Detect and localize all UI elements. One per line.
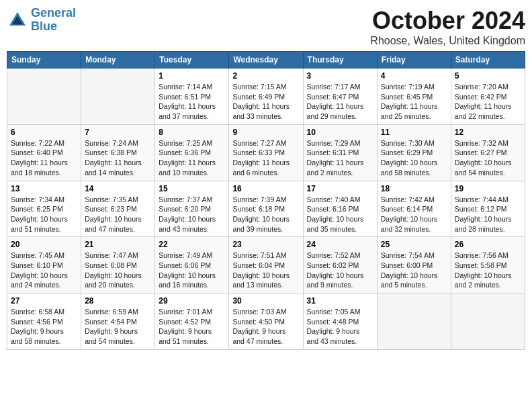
calendar-cell: 24Sunrise: 7:52 AMSunset: 6:02 PMDayligh…	[303, 237, 377, 293]
day-header-thursday: Thursday	[303, 52, 377, 68]
day-info: Sunrise: 7:22 AMSunset: 6:40 PMDaylight:…	[11, 138, 77, 178]
day-number: 1	[159, 71, 225, 81]
day-number: 10	[307, 128, 373, 137]
day-number: 23	[232, 240, 299, 249]
calendar-cell: 8Sunrise: 7:25 AMSunset: 6:36 PMDaylight…	[155, 124, 229, 181]
calendar-cell: 4Sunrise: 7:19 AMSunset: 6:45 PMDaylight…	[377, 68, 451, 125]
day-header-wednesday: Wednesday	[229, 52, 303, 68]
day-number: 14	[85, 184, 151, 193]
calendar-cell: 19Sunrise: 7:44 AMSunset: 6:12 PMDayligh…	[451, 181, 525, 237]
day-number: 6	[11, 128, 77, 137]
day-number: 3	[307, 71, 373, 81]
day-info: Sunrise: 7:44 AMSunset: 6:12 PMDaylight:…	[455, 195, 521, 234]
day-header-saturday: Saturday	[451, 52, 525, 68]
day-number: 9	[232, 128, 299, 137]
calendar-cell: 25Sunrise: 7:54 AMSunset: 6:00 PMDayligh…	[377, 237, 451, 293]
day-info: Sunrise: 7:19 AMSunset: 6:45 PMDaylight:…	[381, 82, 447, 122]
calendar-cell: 27Sunrise: 6:58 AMSunset: 4:56 PMDayligh…	[7, 293, 81, 350]
day-info: Sunrise: 7:51 AMSunset: 6:04 PMDaylight:…	[232, 250, 299, 290]
day-info: Sunrise: 7:24 AMSunset: 6:38 PMDaylight:…	[85, 138, 151, 178]
day-info: Sunrise: 6:59 AMSunset: 4:54 PMDaylight:…	[85, 307, 151, 347]
day-number: 2	[232, 71, 299, 81]
day-number: 28	[85, 296, 151, 306]
calendar-cell	[377, 293, 451, 350]
calendar-cell: 2Sunrise: 7:15 AMSunset: 6:49 PMDaylight…	[229, 68, 303, 125]
day-number: 30	[232, 296, 299, 306]
calendar-cell: 7Sunrise: 7:24 AMSunset: 6:38 PMDaylight…	[81, 124, 155, 181]
day-number: 13	[11, 184, 77, 193]
calendar-cell: 29Sunrise: 7:01 AMSunset: 4:52 PMDayligh…	[155, 293, 229, 350]
calendar-cell: 17Sunrise: 7:40 AMSunset: 6:16 PMDayligh…	[303, 181, 377, 237]
day-info: Sunrise: 7:47 AMSunset: 6:08 PMDaylight:…	[85, 250, 151, 290]
day-info: Sunrise: 7:52 AMSunset: 6:02 PMDaylight:…	[307, 250, 373, 290]
day-info: Sunrise: 7:14 AMSunset: 6:51 PMDaylight:…	[159, 82, 225, 122]
day-number: 17	[307, 184, 373, 193]
calendar-cell: 16Sunrise: 7:39 AMSunset: 6:18 PMDayligh…	[229, 181, 303, 237]
day-number: 27	[11, 296, 77, 306]
day-info: Sunrise: 7:30 AMSunset: 6:29 PMDaylight:…	[381, 138, 447, 178]
day-number: 20	[11, 240, 77, 249]
logo-line2: Blue	[31, 19, 57, 33]
day-number: 11	[381, 128, 447, 137]
day-number: 25	[381, 240, 447, 249]
calendar-cell: 6Sunrise: 7:22 AMSunset: 6:40 PMDaylight…	[7, 124, 81, 181]
header-row: SundayMondayTuesdayWednesdayThursdayFrid…	[7, 52, 525, 68]
calendar-cell: 20Sunrise: 7:45 AMSunset: 6:10 PMDayligh…	[7, 237, 81, 293]
day-info: Sunrise: 7:25 AMSunset: 6:36 PMDaylight:…	[159, 138, 225, 178]
day-info: Sunrise: 7:56 AMSunset: 5:58 PMDaylight:…	[455, 250, 521, 290]
calendar-cell: 9Sunrise: 7:27 AMSunset: 6:33 PMDaylight…	[229, 124, 303, 181]
day-info: Sunrise: 7:45 AMSunset: 6:10 PMDaylight:…	[11, 250, 77, 290]
day-info: Sunrise: 7:15 AMSunset: 6:49 PMDaylight:…	[232, 82, 299, 122]
calendar-cell: 30Sunrise: 7:03 AMSunset: 4:50 PMDayligh…	[229, 293, 303, 350]
logo-icon	[7, 9, 28, 31]
calendar-cell: 13Sunrise: 7:34 AMSunset: 6:25 PMDayligh…	[7, 181, 81, 237]
day-header-tuesday: Tuesday	[155, 52, 229, 68]
calendar-cell: 28Sunrise: 6:59 AMSunset: 4:54 PMDayligh…	[81, 293, 155, 350]
day-info: Sunrise: 7:17 AMSunset: 6:47 PMDaylight:…	[307, 82, 373, 122]
calendar-cell: 15Sunrise: 7:37 AMSunset: 6:20 PMDayligh…	[155, 181, 229, 237]
logo: General Blue	[7, 7, 76, 34]
calendar-cell: 18Sunrise: 7:42 AMSunset: 6:14 PMDayligh…	[377, 181, 451, 237]
day-number: 24	[307, 240, 373, 249]
calendar-cell: 10Sunrise: 7:29 AMSunset: 6:31 PMDayligh…	[303, 124, 377, 181]
week-row-2: 6Sunrise: 7:22 AMSunset: 6:40 PMDaylight…	[7, 124, 525, 181]
day-number: 22	[159, 240, 225, 249]
day-header-friday: Friday	[377, 52, 451, 68]
title-block: October 2024 Rhoose, Wales, United Kingd…	[370, 7, 525, 47]
day-number: 8	[159, 128, 225, 137]
day-number: 12	[455, 128, 521, 137]
day-number: 15	[159, 184, 225, 193]
month-title: October 2024	[370, 7, 525, 35]
calendar-cell: 1Sunrise: 7:14 AMSunset: 6:51 PMDaylight…	[155, 68, 229, 125]
day-number: 18	[381, 184, 447, 193]
calendar-cell: 23Sunrise: 7:51 AMSunset: 6:04 PMDayligh…	[229, 237, 303, 293]
calendar-cell	[451, 293, 525, 350]
week-row-4: 20Sunrise: 7:45 AMSunset: 6:10 PMDayligh…	[7, 237, 525, 293]
calendar-cell: 11Sunrise: 7:30 AMSunset: 6:29 PMDayligh…	[377, 124, 451, 181]
calendar-cell: 26Sunrise: 7:56 AMSunset: 5:58 PMDayligh…	[451, 237, 525, 293]
calendar-cell: 21Sunrise: 7:47 AMSunset: 6:08 PMDayligh…	[81, 237, 155, 293]
day-info: Sunrise: 7:40 AMSunset: 6:16 PMDaylight:…	[307, 195, 373, 234]
day-info: Sunrise: 7:29 AMSunset: 6:31 PMDaylight:…	[307, 138, 373, 178]
day-info: Sunrise: 7:27 AMSunset: 6:33 PMDaylight:…	[232, 138, 299, 178]
calendar-cell	[7, 68, 81, 125]
day-number: 21	[85, 240, 151, 249]
calendar-cell: 5Sunrise: 7:20 AMSunset: 6:42 PMDaylight…	[451, 68, 525, 125]
calendar-cell: 3Sunrise: 7:17 AMSunset: 6:47 PMDaylight…	[303, 68, 377, 125]
day-number: 29	[159, 296, 225, 306]
day-header-monday: Monday	[81, 52, 155, 68]
calendar-table: SundayMondayTuesdayWednesdayThursdayFrid…	[7, 51, 525, 350]
day-info: Sunrise: 7:42 AMSunset: 6:14 PMDaylight:…	[381, 195, 447, 234]
calendar-cell: 31Sunrise: 7:05 AMSunset: 4:48 PMDayligh…	[303, 293, 377, 350]
logo-text: General Blue	[31, 7, 76, 34]
page-header: General Blue October 2024 Rhoose, Wales,…	[7, 7, 525, 47]
day-number: 4	[381, 71, 447, 81]
week-row-1: 1Sunrise: 7:14 AMSunset: 6:51 PMDaylight…	[7, 68, 525, 125]
day-info: Sunrise: 7:49 AMSunset: 6:06 PMDaylight:…	[159, 250, 225, 290]
day-info: Sunrise: 7:32 AMSunset: 6:27 PMDaylight:…	[455, 138, 521, 178]
day-info: Sunrise: 7:39 AMSunset: 6:18 PMDaylight:…	[232, 195, 299, 234]
location: Rhoose, Wales, United Kingdom	[370, 35, 525, 47]
day-info: Sunrise: 7:54 AMSunset: 6:00 PMDaylight:…	[381, 250, 447, 290]
day-info: Sunrise: 7:37 AMSunset: 6:20 PMDaylight:…	[159, 195, 225, 234]
calendar-cell	[81, 68, 155, 125]
